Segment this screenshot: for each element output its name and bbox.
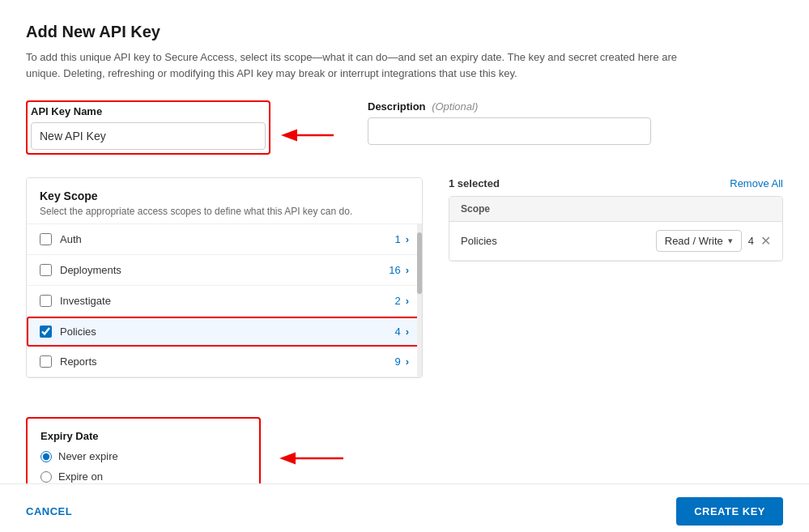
api-key-name-group: API Key Name bbox=[31, 105, 266, 150]
permission-dropdown[interactable]: Read / Write ▾ bbox=[656, 230, 742, 252]
scope-sub-count: 4 bbox=[748, 235, 754, 247]
scope-count-auth: 1 bbox=[394, 233, 400, 245]
expiry-title: Expiry Date bbox=[40, 430, 246, 442]
selected-count: 1 selected bbox=[449, 177, 500, 189]
scope-item-reports[interactable]: Reports 9 › bbox=[27, 347, 422, 377]
scope-name-auth: Auth bbox=[60, 233, 394, 245]
scope-item-deployments[interactable]: Deployments 16 › bbox=[27, 255, 422, 286]
scope-item-policies[interactable]: Policies 4 › bbox=[27, 317, 422, 347]
chevron-down-icon: ▾ bbox=[728, 236, 733, 246]
api-key-name-input[interactable] bbox=[31, 122, 266, 150]
description-group: Description (Optional) bbox=[368, 100, 651, 155]
api-key-name-highlight: API Key Name bbox=[26, 100, 270, 155]
page-description: To add this unique API key to Secure Acc… bbox=[26, 49, 690, 81]
chevron-icon-policies: › bbox=[406, 326, 409, 338]
scope-checkbox-auth[interactable] bbox=[40, 233, 52, 245]
main-content: Key Scope Select the appropriate access … bbox=[26, 177, 783, 378]
scope-count-policies: 4 bbox=[394, 326, 400, 338]
never-expire-option[interactable]: Never expire bbox=[40, 450, 246, 462]
api-key-name-label: API Key Name bbox=[31, 105, 266, 117]
bottom-bar: CANCEL CREATE KEY bbox=[0, 483, 809, 532]
scope-name-deployments: Deployments bbox=[60, 264, 389, 276]
scope-count-deployments: 16 bbox=[389, 264, 400, 276]
table-row: Policies Read / Write ▾ 4 ✕ bbox=[449, 222, 782, 261]
arrow-expiry bbox=[277, 446, 350, 470]
scope-name-policies: Policies bbox=[60, 326, 394, 338]
scope-scrollbar-thumb bbox=[417, 232, 422, 294]
chevron-icon-reports: › bbox=[406, 355, 409, 368]
scope-checkbox-deployments[interactable] bbox=[40, 264, 52, 276]
description-input[interactable] bbox=[368, 117, 651, 145]
never-expire-radio[interactable] bbox=[40, 451, 52, 462]
create-key-button[interactable]: CREATE KEY bbox=[676, 497, 783, 526]
scope-list: Auth 1 › Deployments 16 › Investigat bbox=[27, 223, 422, 377]
chevron-icon-deployments: › bbox=[406, 264, 409, 276]
remove-all-button[interactable]: Remove All bbox=[730, 177, 783, 189]
scope-scrollbar[interactable] bbox=[417, 224, 422, 377]
chevron-icon-auth: › bbox=[406, 233, 409, 245]
key-scope-desc: Select the appropriate access scopes to … bbox=[40, 206, 409, 217]
scope-count-investigate: 2 bbox=[394, 295, 400, 307]
expire-on-label: Expire on bbox=[58, 470, 103, 483]
scope-item-auth[interactable]: Auth 1 › bbox=[27, 224, 422, 255]
scope-name-reports: Reports bbox=[60, 355, 394, 368]
key-scope-section: Key Scope Select the appropriate access … bbox=[26, 177, 423, 378]
page-title: Add New API Key bbox=[26, 23, 783, 41]
remove-scope-button[interactable]: ✕ bbox=[760, 235, 771, 248]
arrow-api-key bbox=[277, 123, 342, 147]
expire-on-option[interactable]: Expire on bbox=[40, 470, 246, 483]
selected-table-header: Scope bbox=[449, 197, 782, 222]
scope-checkbox-reports[interactable] bbox=[40, 355, 52, 368]
scope-checkbox-investigate[interactable] bbox=[40, 295, 52, 307]
selected-table: Scope Policies Read / Write ▾ 4 ✕ bbox=[449, 196, 783, 262]
top-form-row: API Key Name Description (Optional) bbox=[26, 100, 783, 155]
scope-checkbox-policies[interactable] bbox=[40, 326, 52, 338]
selected-panel: 1 selected Remove All Scope Policies Rea… bbox=[449, 177, 783, 378]
scope-item-investigate[interactable]: Investigate 2 › bbox=[27, 286, 422, 317]
selected-scope-name: Policies bbox=[461, 235, 656, 247]
cancel-button[interactable]: CANCEL bbox=[26, 505, 72, 517]
scope-name-investigate: Investigate bbox=[60, 295, 394, 307]
scope-count-reports: 9 bbox=[394, 355, 400, 368]
expire-on-radio[interactable] bbox=[40, 471, 52, 483]
key-scope-title: Key Scope bbox=[40, 189, 409, 202]
optional-label: (Optional) bbox=[432, 100, 478, 113]
chevron-icon-investigate: › bbox=[406, 295, 409, 307]
description-label: Description (Optional) bbox=[368, 100, 651, 113]
never-expire-label: Never expire bbox=[58, 450, 118, 462]
selected-header: 1 selected Remove All bbox=[449, 177, 783, 189]
key-scope-header: Key Scope Select the appropriate access … bbox=[27, 178, 422, 223]
permission-value: Read / Write bbox=[665, 235, 723, 247]
